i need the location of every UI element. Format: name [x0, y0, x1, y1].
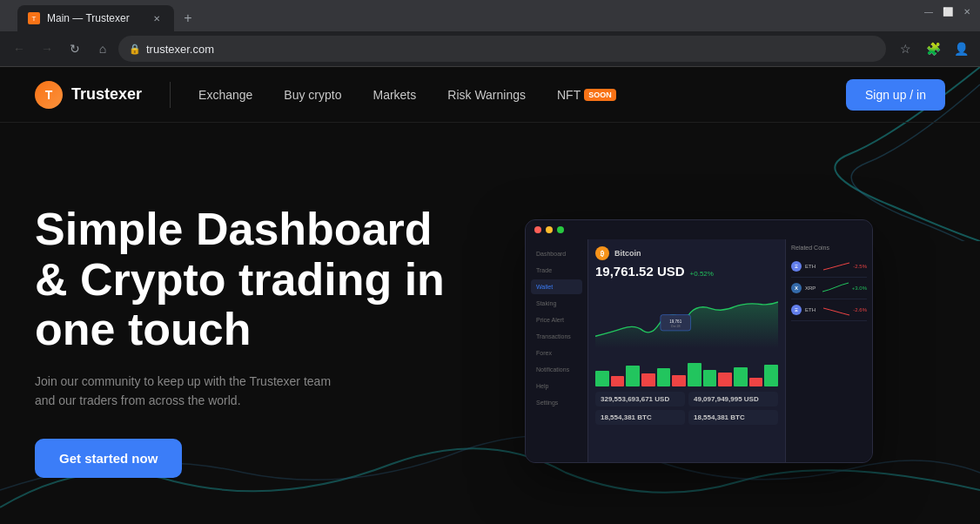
- nav-divider: [170, 82, 171, 108]
- related-name-0: ETH: [805, 264, 820, 269]
- coin-icon: ₿: [595, 246, 609, 260]
- sidebar-item-settings[interactable]: Settings: [531, 395, 582, 410]
- home-button[interactable]: ⌂: [91, 37, 115, 61]
- minimize-button[interactable]: —: [923, 5, 935, 17]
- volume-bars: [595, 360, 778, 386]
- related-change-1: +3.0%: [852, 286, 867, 291]
- extensions-button[interactable]: 🧩: [921, 37, 945, 61]
- bar-6: [688, 363, 701, 386]
- related-name-2: ETH: [805, 307, 820, 312]
- related-coins-title: Related Coins: [791, 245, 867, 251]
- close-button[interactable]: ✕: [961, 5, 973, 17]
- related-coin-1: X XRP +3.0%: [791, 278, 867, 299]
- price-row: 19,761.52 USD +0.52%: [595, 264, 778, 280]
- sign-up-button[interactable]: Sign up / in: [846, 79, 945, 111]
- new-tab-button[interactable]: +: [178, 8, 198, 29]
- nav-link-exchange[interactable]: Exchange: [198, 88, 252, 102]
- price-chart: 19,761 Oct 28: [595, 286, 778, 355]
- site-content: T Trustexer Exchange Buy crypto Markets …: [0, 67, 980, 524]
- bookmark-button[interactable]: ☆: [893, 37, 917, 61]
- browser-chrome: T Main — Trustexer ✕ + — ⬜ ✕ ← → ↻ ⌂ 🔒 t…: [0, 0, 980, 67]
- active-tab[interactable]: T Main — Trustexer ✕: [17, 5, 174, 31]
- dashboard-preview: Dashboard Trade Wallet Staking Price Ale…: [525, 219, 873, 463]
- related-info-0: ETH: [805, 264, 820, 269]
- bar-4: [657, 368, 671, 386]
- nav-link-nft[interactable]: NFT Soon: [557, 88, 616, 102]
- nav-link-risk-warnings[interactable]: Risk Warnings: [447, 88, 526, 102]
- stat-3-value: 18,554,381 BTC: [694, 413, 773, 421]
- nav-link-buy-crypto[interactable]: Buy crypto: [284, 88, 341, 102]
- stat-2-value: 18,554,381 BTC: [601, 413, 680, 421]
- bar-2: [626, 366, 640, 386]
- bar-7: [703, 370, 717, 387]
- sidebar-item-notifications[interactable]: Notifications: [531, 362, 582, 377]
- coin-change: +0.52%: [690, 270, 714, 278]
- related-chart-1: [822, 281, 849, 295]
- nft-badge: Soon: [584, 89, 616, 101]
- hero-section: Simple Dashboard & Crypto trading in one…: [0, 123, 980, 524]
- sidebar-item-transactions[interactable]: Transactions: [531, 329, 582, 344]
- forward-button[interactable]: →: [35, 37, 59, 61]
- stat-0-value: 329,553,693,671 USD: [601, 395, 680, 403]
- related-chart-2: [823, 303, 849, 317]
- bar-3: [641, 373, 655, 386]
- bar-0: [595, 371, 609, 386]
- bar-8: [718, 373, 732, 387]
- hero-subtitle: Join our community to keep up with the T…: [35, 372, 348, 411]
- titlebar-dot-yellow: [546, 226, 553, 233]
- bar-1: [611, 376, 625, 386]
- sidebar-item-trade[interactable]: Trade: [531, 263, 582, 278]
- sidebar-item-wallet[interactable]: Wallet: [531, 279, 582, 294]
- profile-button[interactable]: 👤: [949, 37, 973, 61]
- nft-label: NFT: [557, 88, 581, 102]
- sidebar-item-price-alert[interactable]: Price Alert: [531, 312, 582, 327]
- related-coins-panel: Related Coins Ξ ETH -2.5%: [785, 239, 872, 462]
- dashboard-sidebar: Dashboard Trade Wallet Staking Price Ale…: [526, 239, 588, 462]
- tab-close-button[interactable]: ✕: [150, 11, 164, 25]
- coin-header: ₿ Bitcoin: [595, 246, 778, 260]
- svg-text:Oct 28: Oct 28: [671, 325, 681, 328]
- related-info-1: XRP: [805, 286, 819, 291]
- related-icon-2: Ξ: [791, 305, 802, 315]
- sidebar-item-dashboard[interactable]: Dashboard: [531, 246, 582, 261]
- dashboard-main: ₿ Bitcoin 19,761.52 USD +0.52%: [588, 239, 785, 462]
- reload-button[interactable]: ↻: [63, 37, 87, 61]
- logo-area: T Trustexer: [35, 81, 142, 109]
- related-info-2: ETH: [805, 307, 820, 312]
- address-bar[interactable]: 🔒 trustexer.com: [118, 36, 886, 62]
- stat-0: 329,553,693,671 USD: [595, 392, 685, 406]
- tab-title: Main — Trustexer: [47, 12, 130, 24]
- dashboard-body: Dashboard Trade Wallet Staking Price Ale…: [526, 239, 872, 462]
- stats-grid: 329,553,693,671 USD 49,097,949,995 USD 1…: [595, 392, 778, 425]
- window-controls: — ⬜ ✕: [923, 5, 973, 17]
- sidebar-item-forex[interactable]: Forex: [531, 346, 582, 360]
- sidebar-item-staking[interactable]: Staking: [531, 296, 582, 311]
- related-change-0: -2.5%: [853, 264, 867, 269]
- stat-1: 49,097,949,995 USD: [688, 392, 778, 406]
- related-chart-0: [823, 259, 849, 273]
- bar-11: [764, 365, 778, 387]
- sidebar-item-help[interactable]: Help: [531, 379, 582, 393]
- bar-5: [672, 375, 686, 387]
- stat-1-value: 49,097,949,995 USD: [694, 395, 773, 403]
- logo-text: Trustexer: [71, 85, 142, 104]
- get-started-button[interactable]: Get started now: [35, 439, 182, 478]
- stat-2: 18,554,381 BTC: [595, 410, 685, 425]
- coin-name: Bitcoin: [614, 249, 641, 258]
- related-icon-1: X: [791, 283, 802, 293]
- bar-10: [749, 378, 763, 387]
- dashboard-titlebar: [526, 220, 872, 239]
- related-name-1: XRP: [805, 286, 819, 291]
- tab-bar: T Main — Trustexer ✕ + — ⬜ ✕: [0, 0, 980, 31]
- logo-icon: T: [35, 81, 63, 109]
- related-icon-0: Ξ: [791, 261, 802, 272]
- restore-button[interactable]: ⬜: [942, 5, 954, 17]
- back-button[interactable]: ←: [7, 37, 31, 61]
- bar-9: [734, 367, 748, 387]
- url-text: trustexer.com: [146, 43, 214, 56]
- hero-left: Simple Dashboard & Crypto trading in one…: [35, 205, 453, 477]
- price-chart-svg: 19,761 Oct 28: [595, 286, 778, 355]
- related-change-2: -2.6%: [853, 307, 867, 312]
- nav-link-markets[interactable]: Markets: [373, 88, 416, 102]
- stat-3: 18,554,381 BTC: [688, 410, 778, 425]
